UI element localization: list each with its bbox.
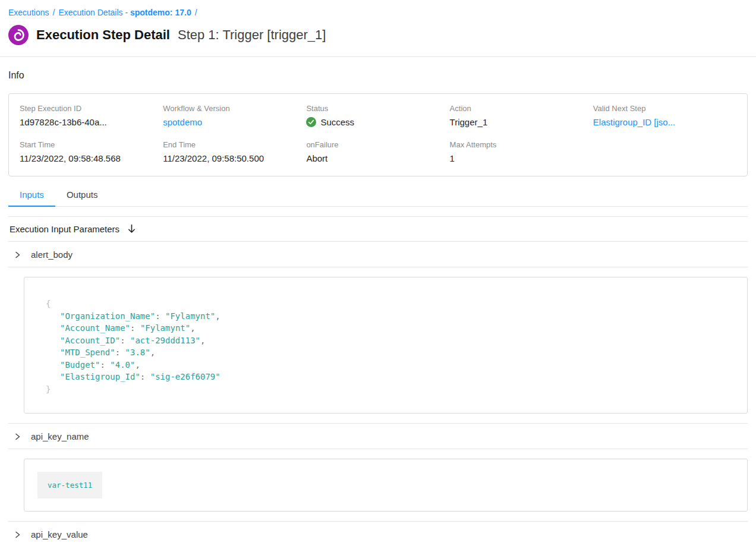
- breadcrumb-link-executions[interactable]: Executions: [8, 8, 49, 17]
- section-name: alert_body: [31, 250, 73, 260]
- section-row-api-key-name[interactable]: api_key_name: [8, 423, 748, 449]
- section-row-alert-body[interactable]: alert_body: [8, 242, 748, 267]
- info-cell-start-time: Start Time 11/23/2022, 09:58:48.568: [20, 140, 163, 163]
- section-row-api-key-value[interactable]: api_key_value: [8, 521, 748, 546]
- field-label: Start Time: [20, 140, 163, 149]
- breadcrumb-workflow-version: spotdemo: 17.0: [130, 8, 191, 17]
- json-comma: ,: [135, 360, 140, 370]
- info-cell-empty: [593, 140, 736, 163]
- field-label: Max Attempts: [450, 140, 593, 149]
- execution-step-detail-page: Executions/Execution Details - spotdemo:…: [0, 0, 756, 546]
- chevron-right-icon[interactable]: [13, 433, 21, 441]
- field-value: 11/23/2022, 09:58:48.568: [20, 153, 163, 163]
- breadcrumb-link-execution-details[interactable]: Execution Details - spotdemo: 17.0: [58, 8, 191, 17]
- json-key: "MTD_Spend": [60, 348, 115, 357]
- info-cell-end-time: End Time 11/23/2022, 09:58:50.500: [163, 140, 306, 163]
- info-cell-status: Status Success: [306, 104, 449, 127]
- json-value: "4.0": [110, 360, 135, 370]
- section-name: api_key_name: [31, 431, 89, 441]
- json-line: "Organization_Name": "Fylamynt",: [46, 310, 726, 323]
- api-key-name-value: var-test11: [37, 472, 102, 498]
- json-key: "Account_ID": [60, 336, 120, 345]
- app-logo-icon: [8, 25, 29, 45]
- open-brace: {: [46, 299, 51, 308]
- json-value: "Fylamynt": [165, 311, 215, 321]
- tab-bar: Inputs Outputs: [8, 185, 748, 207]
- json-colon: :: [155, 311, 165, 321]
- breadcrumb-separator: /: [195, 8, 197, 17]
- json-line: "Account_ID": "act-29ddd113",: [46, 334, 726, 347]
- field-label: Valid Next Step: [593, 104, 736, 113]
- json-line: }: [46, 383, 726, 396]
- chevron-right-icon[interactable]: [13, 531, 21, 539]
- field-label: Step Execution ID: [20, 104, 163, 113]
- breadcrumb-separator: /: [52, 8, 55, 17]
- header-divider: [0, 56, 756, 57]
- params-title: Execution Input Parameters: [10, 224, 119, 234]
- chevron-right-icon[interactable]: [13, 251, 21, 259]
- tab-inputs[interactable]: Inputs: [8, 185, 55, 207]
- info-cell-valid-next-step: Valid Next Step Elastigroup_ID [jso...: [593, 104, 736, 127]
- json-key: "Budget": [60, 360, 100, 370]
- field-label: Workflow & Version: [163, 104, 306, 113]
- close-brace: }: [46, 384, 51, 394]
- breadcrumb-text: Execution Details -: [58, 8, 130, 17]
- json-colon: :: [130, 323, 140, 333]
- info-section-title: Info: [8, 70, 748, 81]
- page-title: Execution Step Detail: [36, 27, 170, 43]
- json-line: "Elastigroup_Id": "sig-e26f6079": [46, 371, 726, 383]
- valid-next-step-link[interactable]: Elastigroup_ID [jso...: [593, 117, 736, 127]
- page-header: Execution Step Detail Step 1: Trigger [t…: [0, 17, 756, 45]
- json-value: "3.8": [125, 348, 150, 357]
- json-value: "Fylamynt": [140, 323, 190, 333]
- api-key-name-card: var-test11: [24, 459, 748, 512]
- json-key: "Elastigroup_Id": [60, 372, 140, 381]
- alert-body-json-card: { "Organization_Name": "Fylamynt", "Acco…: [24, 277, 748, 414]
- info-cell-max-attempts: Max Attempts 1: [450, 140, 593, 163]
- status-text: Success: [320, 117, 354, 127]
- field-value: Trigger_1: [450, 117, 593, 127]
- field-value: 1: [450, 153, 593, 163]
- json-value: "act-29ddd113": [130, 336, 200, 345]
- json-key: "Account_Name": [60, 323, 130, 333]
- field-label: Action: [450, 104, 593, 113]
- json-colon: :: [140, 372, 150, 381]
- breadcrumb: Executions/Execution Details - spotdemo:…: [0, 0, 756, 17]
- json-code: { "Organization_Name": "Fylamynt", "Acco…: [46, 298, 726, 395]
- field-label: onFailure: [306, 140, 449, 149]
- json-key: "Organization_Name": [60, 311, 155, 321]
- json-line: "MTD_Spend": "3.8",: [46, 346, 726, 359]
- json-comma: ,: [200, 336, 205, 345]
- info-cell-workflow-version: Workflow & Version spotdemo: [163, 104, 306, 127]
- section-name: api_key_value: [31, 529, 88, 539]
- json-comma: ,: [215, 311, 220, 321]
- json-value: "sig-e26f6079": [150, 372, 220, 381]
- field-value: 11/23/2022, 09:58:50.500: [163, 153, 306, 163]
- json-comma: ,: [190, 323, 195, 333]
- info-cell-action: Action Trigger_1: [450, 104, 593, 127]
- field-label: End Time: [163, 140, 306, 149]
- field-label: Status: [306, 104, 449, 113]
- json-colon: :: [120, 336, 130, 345]
- field-value: 1d97828c-13b6-40a...: [20, 117, 163, 127]
- info-cell-onfailure: onFailure Abort: [306, 140, 449, 163]
- json-line: {: [46, 298, 726, 310]
- json-colon: :: [100, 360, 110, 370]
- json-comma: ,: [150, 348, 155, 357]
- status-value: Success: [306, 117, 449, 127]
- json-line: "Budget": "4.0",: [46, 359, 726, 371]
- tab-outputs[interactable]: Outputs: [55, 185, 109, 206]
- workflow-link[interactable]: spotdemo: [163, 117, 306, 127]
- info-card: Step Execution ID 1d97828c-13b6-40a... W…: [8, 93, 748, 176]
- page-subtitle: Step 1: Trigger [trigger_1]: [178, 27, 326, 43]
- params-header-row: Execution Input Parameters: [8, 217, 748, 242]
- json-colon: :: [115, 348, 125, 357]
- execution-parameters-panel: Execution Input Parameters alert_body { …: [8, 216, 748, 546]
- info-cell-step-execution-id: Step Execution ID 1d97828c-13b6-40a...: [20, 104, 163, 127]
- success-check-icon: [306, 117, 316, 127]
- field-value: Abort: [306, 153, 449, 163]
- arrow-down-icon[interactable]: [127, 224, 136, 234]
- json-line: "Account_Name": "Fylamynt",: [46, 322, 726, 334]
